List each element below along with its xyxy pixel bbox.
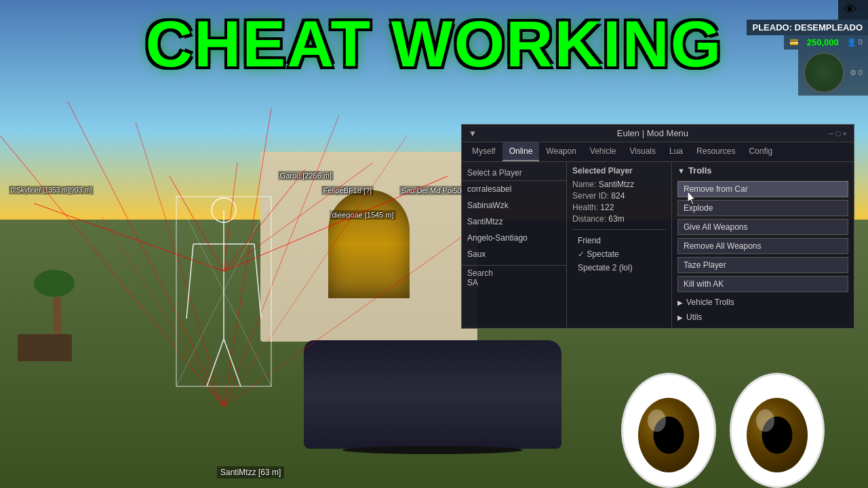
player-item-sabinawzk[interactable]: SabinaWzk <box>462 197 566 214</box>
trolls-panel: ▼ Trolls Remove from Car Explode Give Al… <box>672 162 854 328</box>
char-name-label: SantiMtzz [63 m] <box>217 466 284 479</box>
action-friend[interactable]: Friend <box>572 234 666 247</box>
trolls-header: ▼ Trolls <box>677 165 848 176</box>
player-name-row: Name: SantiMtzz <box>572 180 666 189</box>
section-vehicle-trolls[interactable]: ▶ Vehicle Trolls <box>677 295 848 310</box>
eye-left-pupil <box>638 398 699 472</box>
btn-kill-with-ak[interactable]: Kill with AK <box>677 276 848 292</box>
search-value[interactable]: SA <box>467 278 561 287</box>
trolls-label: Trolls <box>688 165 712 176</box>
mod-menu: ▼ Eulen | Mod Menu ─ □ × Myself Online W… <box>461 124 854 329</box>
tab-online[interactable]: Online <box>502 142 540 161</box>
distance-label: Distance: <box>572 214 608 224</box>
health-value: 122 <box>600 203 614 212</box>
utils-label: Utils <box>686 312 702 322</box>
trolls-arrow: ▼ <box>677 167 685 175</box>
tab-resources[interactable]: Resources <box>690 142 742 161</box>
menu-tabs: Myself Online Weapon Vehicle Visuals Lua… <box>462 142 854 162</box>
eyes-decoration <box>621 373 825 488</box>
player-item-saux[interactable]: Saux <box>462 246 566 262</box>
tab-vehicle[interactable]: Vehicle <box>583 142 623 161</box>
search-label: Search <box>467 268 561 278</box>
hud-money: 250,000 <box>807 37 839 47</box>
tree-top <box>34 270 75 297</box>
btn-taze-player[interactable]: Taze Player <box>677 257 848 273</box>
menu-titlebar: ▼ Eulen | Mod Menu ─ □ × <box>462 125 854 142</box>
player-item-corralesabel[interactable]: corralesabel <box>462 181 566 197</box>
minimap <box>804 52 844 93</box>
section-utils[interactable]: ▶ Utils <box>677 310 848 325</box>
menu-title: Eulen | Mod Menu <box>617 128 688 138</box>
server-id-value: 824 <box>611 191 625 201</box>
bench <box>18 334 72 361</box>
distance-row: Distance: 63m <box>572 214 666 224</box>
btn-remove-from-car[interactable]: Remove from Car <box>677 181 848 197</box>
btn-give-all-weapons[interactable]: Give All Weapons <box>677 219 848 235</box>
menu-collapse-arrow[interactable]: ▼ <box>469 129 477 138</box>
name-label: Name: <box>572 180 599 189</box>
vehicle-trolls-label: Vehicle Trolls <box>686 298 734 307</box>
selected-player-header: Selected Player <box>572 166 666 176</box>
health-label: Health: <box>572 203 600 212</box>
player-item-angelo[interactable]: Angelo-Santiago <box>462 230 566 246</box>
player-item-santimtzz[interactable]: SantiMtzz <box>462 214 566 230</box>
eye-left <box>621 373 716 488</box>
tab-lua[interactable]: Lua <box>663 142 690 161</box>
eye-right-inner <box>762 417 793 454</box>
tab-weapon[interactable]: Weapon <box>539 142 583 161</box>
player-list-panel: Select a Player corralesabel SabinaWzk S… <box>462 162 567 328</box>
player-info-panel: Selected Player Name: SantiMtzz Server I… <box>567 162 672 328</box>
vehicle <box>304 340 561 449</box>
tab-myself[interactable]: Myself <box>465 142 502 161</box>
server-id-row: Server ID: 824 <box>572 191 666 201</box>
btn-remove-all-weapons[interactable]: Remove All Weapons <box>677 238 848 254</box>
eye-right-pupil <box>747 398 808 472</box>
utils-arrow: ▶ <box>677 314 683 321</box>
btn-explode[interactable]: Explode <box>677 200 848 216</box>
hud-status: PLEADO: DESEMPLEADO <box>747 20 868 35</box>
vehicle-trolls-arrow: ▶ <box>677 299 683 306</box>
eye-left-inner <box>654 417 684 454</box>
action-spectate[interactable]: Spectate <box>572 247 666 261</box>
search-row: Search SA <box>462 265 566 290</box>
tab-visuals[interactable]: Visuals <box>623 142 663 161</box>
hud-money-bar: 💳 250,000 👤 0 <box>784 35 868 49</box>
hud: 👁 PLEADO: DESEMPLEADO 💳 250,000 👤 0 ⚙ 0 <box>747 0 868 96</box>
distance-value: 63m <box>608 214 624 224</box>
action-spectate2[interactable]: Spectate 2 (lol) <box>572 261 666 274</box>
hud-eye-icon: 👁 <box>844 2 857 18</box>
menu-body: Select a Player corralesabel SabinaWzk S… <box>462 162 854 328</box>
server-id-label: Server ID: <box>572 191 611 201</box>
eye-right <box>730 373 825 488</box>
tab-config[interactable]: Config <box>742 142 779 161</box>
player-list-header: Select a Player <box>462 165 566 181</box>
player-name-value: SantiMtzz <box>599 180 635 189</box>
health-row: Health: 122 <box>572 203 666 212</box>
page-title: CHEAT WORKING <box>146 7 723 81</box>
building <box>260 152 477 342</box>
